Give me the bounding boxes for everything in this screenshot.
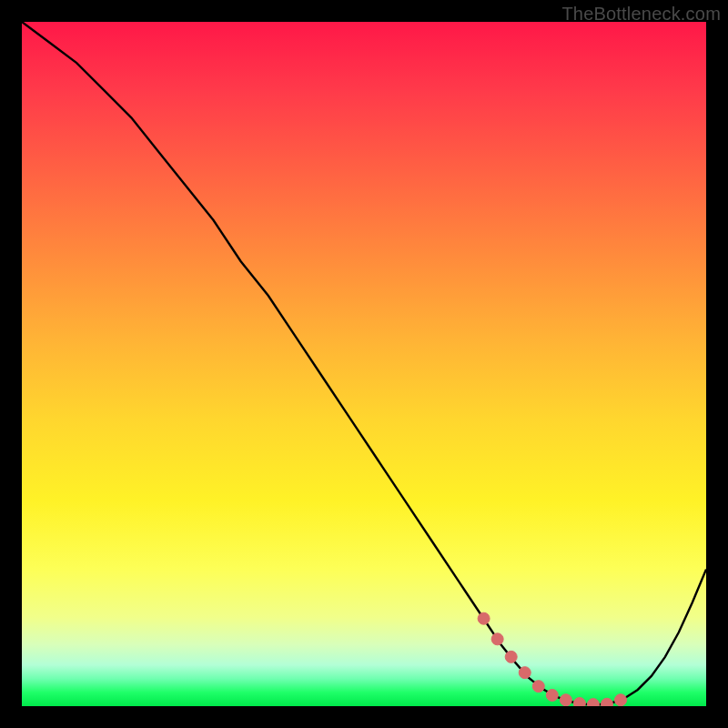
highlight-dot (601, 698, 612, 706)
bottleneck-curve (22, 22, 706, 705)
highlight-dot (505, 651, 517, 662)
highlight-dot (573, 697, 585, 706)
highlight-dot (519, 667, 531, 679)
chart-svg (22, 22, 706, 706)
highlight-dot (478, 612, 490, 624)
highlight-dot (532, 681, 544, 693)
highlight-dot (560, 694, 571, 706)
highlight-dot (546, 689, 558, 701)
watermark-text: TheBottleneck.com (561, 4, 721, 25)
highlight-dot (615, 694, 627, 706)
plot-area (22, 22, 706, 706)
highlight-dot (491, 633, 503, 645)
chart-container: TheBottleneck.com (0, 0, 728, 728)
highlight-dot (587, 699, 599, 706)
optimal-range-dots (478, 612, 626, 706)
